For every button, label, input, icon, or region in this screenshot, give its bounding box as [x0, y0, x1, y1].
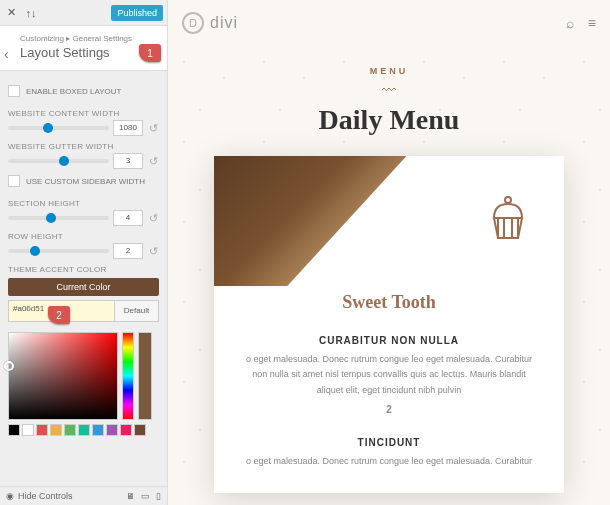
- section-height-label: SECTION HEIGHT: [8, 199, 159, 208]
- annotation-marker-2: 2: [48, 306, 70, 324]
- section-height-slider[interactable]: [8, 216, 109, 220]
- custom-sidebar-toggle[interactable]: USE CUSTOM SIDEBAR WIDTH: [8, 169, 159, 193]
- menu-item-price: 2: [214, 404, 564, 415]
- tablet-icon[interactable]: ▭: [141, 491, 150, 501]
- annotation-marker-1: 1: [139, 44, 161, 62]
- row-height-label: ROW HEIGHT: [8, 232, 159, 241]
- boxed-layout-label: ENABLE BOXED LAYOUT: [26, 87, 121, 96]
- cupcake-icon: [486, 192, 530, 242]
- reset-icon[interactable]: ↺: [147, 155, 159, 168]
- saturation-value-area[interactable]: [8, 332, 118, 420]
- breadcrumb: Customizing ▸ General Settings: [20, 34, 161, 43]
- site-logo[interactable]: D divi: [182, 12, 238, 34]
- divider-icon: 〰: [168, 82, 610, 98]
- back-icon[interactable]: ‹: [4, 46, 9, 62]
- cookies-image: [214, 156, 407, 286]
- svg-point-0: [505, 197, 511, 203]
- card-heading: Sweet Tooth: [214, 292, 564, 313]
- customizer-footer: ◉ Hide Controls 🖥 ▭ ▯: [0, 486, 167, 505]
- search-icon[interactable]: ⌕: [566, 15, 574, 31]
- swatch[interactable]: [50, 424, 62, 436]
- mobile-icon[interactable]: ▯: [156, 491, 161, 501]
- swatch[interactable]: [106, 424, 118, 436]
- logo-text: divi: [210, 14, 238, 32]
- swatch[interactable]: [64, 424, 76, 436]
- reset-icon[interactable]: ↺: [147, 122, 159, 135]
- current-color-strip: [138, 332, 152, 420]
- reset-icon[interactable]: ↺: [147, 245, 159, 258]
- swatch[interactable]: [22, 424, 34, 436]
- menu-tag: MENU: [168, 66, 610, 76]
- section-height-value[interactable]: 4: [113, 210, 143, 226]
- menu-item-body: o eget malesuada. Donec rutrum congue le…: [214, 346, 564, 398]
- collapse-icon[interactable]: ◉: [6, 491, 14, 501]
- gutter-width-label: WEBSITE GUTTER WIDTH: [8, 142, 159, 151]
- swatch[interactable]: [134, 424, 146, 436]
- swatch[interactable]: [120, 424, 132, 436]
- panel-header: ‹ Customizing ▸ General Settings Layout …: [0, 26, 167, 71]
- hide-controls-button[interactable]: Hide Controls: [18, 491, 73, 501]
- gutter-width-slider[interactable]: [8, 159, 109, 163]
- hue-slider[interactable]: [122, 332, 134, 420]
- logo-icon: D: [182, 12, 204, 34]
- content-width-slider[interactable]: [8, 126, 109, 130]
- row-height-slider[interactable]: [8, 249, 109, 253]
- menu-icon[interactable]: ≡: [588, 15, 596, 31]
- customizer-sidebar: ✕ ↑↓ Published ‹ Customizing ▸ General S…: [0, 0, 168, 505]
- menu-card: Sweet Tooth CURABITUR NON NULLA o eget m…: [214, 156, 564, 493]
- content-width-value[interactable]: 1080: [113, 120, 143, 136]
- desktop-icon[interactable]: 🖥: [126, 491, 135, 501]
- row-height-value[interactable]: 2: [113, 243, 143, 259]
- publish-button[interactable]: Published: [111, 5, 163, 21]
- swatch-row: [8, 424, 159, 436]
- custom-sidebar-label: USE CUSTOM SIDEBAR WIDTH: [26, 177, 145, 186]
- sort-icon[interactable]: ↑↓: [24, 7, 38, 19]
- boxed-layout-toggle[interactable]: ENABLE BOXED LAYOUT: [8, 79, 159, 103]
- swatch[interactable]: [78, 424, 90, 436]
- swatch[interactable]: [36, 424, 48, 436]
- swatch[interactable]: [8, 424, 20, 436]
- checkbox-icon: [8, 175, 20, 187]
- customizer-topbar: ✕ ↑↓ Published: [0, 0, 167, 26]
- reset-icon[interactable]: ↺: [147, 212, 159, 225]
- menu-item-body: o eget malesuada. Donec rutrum congue le…: [214, 448, 564, 469]
- preview-pane: D divi ⌕ ≡ MENU 〰 Daily Menu Sweet Tooth…: [168, 0, 610, 505]
- menu-item-title: TINCIDUNT: [214, 437, 564, 448]
- accent-color-label: THEME ACCENT COLOR: [8, 265, 159, 274]
- panel-body: ENABLE BOXED LAYOUT WEBSITE CONTENT WIDT…: [0, 71, 167, 486]
- checkbox-icon: [8, 85, 20, 97]
- content-width-label: WEBSITE CONTENT WIDTH: [8, 109, 159, 118]
- site-header: D divi ⌕ ≡: [168, 0, 610, 46]
- current-color-button[interactable]: Current Color: [8, 278, 159, 296]
- gutter-width-value[interactable]: 3: [113, 153, 143, 169]
- menu-item-title: CURABITUR NON NULLA: [214, 335, 564, 346]
- close-icon[interactable]: ✕: [4, 6, 18, 19]
- page-heading: Daily Menu: [168, 104, 610, 136]
- color-picker[interactable]: [8, 332, 159, 420]
- swatch[interactable]: [92, 424, 104, 436]
- default-color-button[interactable]: Default: [115, 300, 159, 322]
